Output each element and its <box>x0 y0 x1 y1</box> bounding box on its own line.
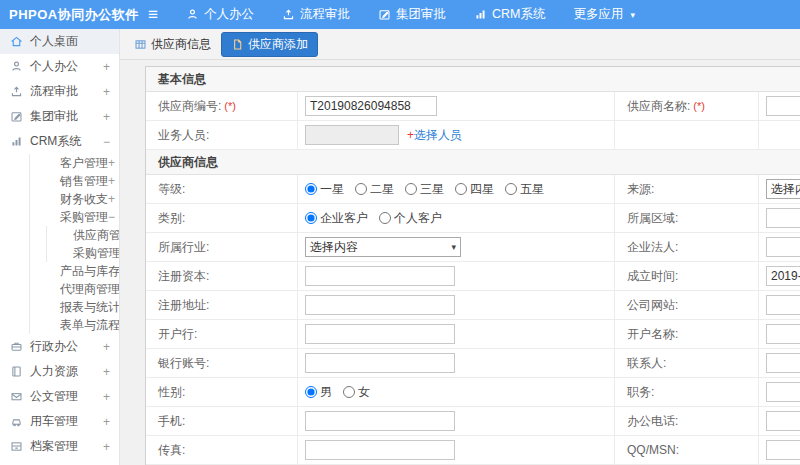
collapse-icon[interactable]: − <box>108 210 115 224</box>
purchase-submenu: 供应商管理 采购管理 <box>46 226 119 262</box>
field-label: 开户名称: <box>627 326 678 343</box>
level-radio-4[interactable]: 四星 <box>455 181 494 198</box>
bank-branch-input[interactable] <box>305 324 455 344</box>
sidebar-item-group-approval[interactable]: 集团审批 + <box>0 104 119 129</box>
topnav-more-apps[interactable]: 更多应用 ▾ <box>573 6 635 23</box>
sidebar-item-admin-office[interactable]: 行政办公 + <box>0 334 119 359</box>
topnav-label: 更多应用 <box>573 6 623 23</box>
established-date-input[interactable] <box>766 266 800 286</box>
expand-icon[interactable]: + <box>108 156 115 170</box>
sidebar-item-customer-mgmt[interactable]: 客户管理 + <box>30 154 119 172</box>
sidebar-item-finance[interactable]: 财务收支 + <box>30 190 119 208</box>
topnav-workflow-approval[interactable]: 流程审批 <box>282 6 350 23</box>
legal-person-input[interactable] <box>766 237 800 257</box>
business-person-input[interactable] <box>305 125 399 145</box>
supplier-form-panel: 基本信息 供应商编号: (*) 供应商名称: (*) 业务人员: <box>145 66 800 465</box>
sidebar-item-hr[interactable]: 人力资源 + <box>0 359 119 384</box>
account-name-input[interactable] <box>766 324 800 344</box>
region-input[interactable] <box>766 208 800 228</box>
sidebar-item-agent-mgmt[interactable]: 代理商管理 + <box>30 280 119 298</box>
radio-input[interactable] <box>355 183 367 195</box>
position-input[interactable] <box>766 382 800 402</box>
radio-label: 一星 <box>320 181 344 198</box>
collapse-icon[interactable]: − <box>103 135 110 149</box>
hamburger-icon[interactable]: ≡ <box>148 6 158 23</box>
topnav-label: 集团审批 <box>396 6 446 23</box>
source-label: 来源: <box>615 175 759 203</box>
sidebar-item-personal-desktop[interactable]: 个人桌面 <box>0 29 119 54</box>
fax-input[interactable] <box>305 440 455 460</box>
sidebar-item-label: 档案管理 <box>30 438 78 455</box>
sidebar-item-label: 表单与流程设置 <box>60 317 120 334</box>
category-radio-enterprise[interactable]: 企业客户 <box>305 210 368 227</box>
topnav-crm-system[interactable]: CRM系统 <box>474 6 545 23</box>
level-radio-2[interactable]: 二星 <box>355 181 394 198</box>
topnav-personal-office[interactable]: 个人办公 <box>186 6 254 23</box>
radio-input[interactable] <box>505 183 517 195</box>
source-select[interactable]: 选择内容 ▾ <box>766 179 800 199</box>
sidebar-item-archive-mgmt[interactable]: 档案管理 + <box>0 434 119 459</box>
radio-input[interactable] <box>343 386 355 398</box>
tab-supplier-info[interactable]: 供应商信息 <box>134 36 211 53</box>
category-radio-personal[interactable]: 个人客户 <box>379 210 442 227</box>
expand-icon[interactable]: + <box>103 390 110 404</box>
sidebar-item-purchase-mgmt[interactable]: 采购管理 <box>47 244 119 262</box>
choose-person-link[interactable]: +选择人员 <box>407 127 462 144</box>
radio-input[interactable] <box>455 183 467 195</box>
radio-input[interactable] <box>405 183 417 195</box>
sidebar-item-supplier-mgmt[interactable]: 供应商管理 <box>47 226 119 244</box>
sidebar-item-sales-mgmt[interactable]: 销售管理 + <box>30 172 119 190</box>
contact-input[interactable] <box>766 353 800 373</box>
form-row: 注册地址: 公司网站: <box>146 291 800 320</box>
empty-field-cell <box>759 121 800 149</box>
radio-input[interactable] <box>305 183 317 195</box>
legal-person-label: 企业法人: <box>615 233 759 261</box>
sidebar-item-product-inventory[interactable]: 产品与库存 + <box>30 262 119 280</box>
sidebar-item-workflow-approval[interactable]: 流程审批 + <box>0 79 119 104</box>
sidebar-item-form-flow-settings[interactable]: 表单与流程设置 + <box>30 316 119 334</box>
expand-icon[interactable]: + <box>108 174 115 188</box>
radio-label: 男 <box>320 384 332 401</box>
radio-input[interactable] <box>305 386 317 398</box>
sidebar-item-label: 公文管理 <box>30 388 78 405</box>
expand-icon[interactable]: + <box>108 192 115 206</box>
qq-msn-input[interactable] <box>766 440 800 460</box>
sidebar-item-purchase-mgmt-group[interactable]: 采购管理 − <box>30 208 119 226</box>
bank-account-input[interactable] <box>305 353 455 373</box>
expand-icon[interactable]: + <box>103 60 110 74</box>
sidebar-item-personal-office[interactable]: 个人办公 + <box>0 54 119 79</box>
sidebar-item-document-mgmt[interactable]: 公文管理 + <box>0 384 119 409</box>
sidebar-item-label: 报表与统计 <box>60 299 120 316</box>
field-label: 联系人: <box>627 355 666 372</box>
level-radio-1[interactable]: 一星 <box>305 181 344 198</box>
registered-address-input[interactable] <box>305 295 455 315</box>
company-website-input[interactable] <box>766 295 800 315</box>
radio-input[interactable] <box>305 212 317 224</box>
topnav-group-approval[interactable]: 集团审批 <box>378 6 446 23</box>
supplier-name-input[interactable] <box>766 96 800 116</box>
expand-icon[interactable]: + <box>103 365 110 379</box>
expand-icon[interactable]: + <box>103 110 110 124</box>
registered-capital-input[interactable] <box>305 266 455 286</box>
supplier-code-input[interactable] <box>305 96 437 116</box>
tab-supplier-add[interactable]: 供应商添加 <box>221 32 318 57</box>
expand-icon[interactable]: + <box>103 340 110 354</box>
expand-icon[interactable]: + <box>103 415 110 429</box>
level-radio-5[interactable]: 五星 <box>505 181 544 198</box>
industry-select[interactable]: 选择内容 ▾ <box>305 237 461 257</box>
expand-icon[interactable]: + <box>103 440 110 454</box>
radio-input[interactable] <box>379 212 391 224</box>
sidebar-item-vehicle-mgmt[interactable]: 用车管理 + <box>0 409 119 434</box>
gender-radio-female[interactable]: 女 <box>343 384 370 401</box>
mobile-input[interactable] <box>305 411 455 431</box>
sidebar-item-reports-stats[interactable]: 报表与统计 <box>30 298 119 316</box>
gender-label: 性别: <box>146 378 298 406</box>
sidebar-item-crm-system[interactable]: CRM系统 − <box>0 129 119 154</box>
field-label: 企业法人: <box>627 239 678 256</box>
level-radio-3[interactable]: 三星 <box>405 181 444 198</box>
region-label: 所属区域: <box>615 204 759 232</box>
office-phone-input[interactable] <box>766 411 800 431</box>
expand-icon[interactable]: + <box>103 85 110 99</box>
gender-radio-male[interactable]: 男 <box>305 384 332 401</box>
registered-address-label: 注册地址: <box>146 291 298 319</box>
